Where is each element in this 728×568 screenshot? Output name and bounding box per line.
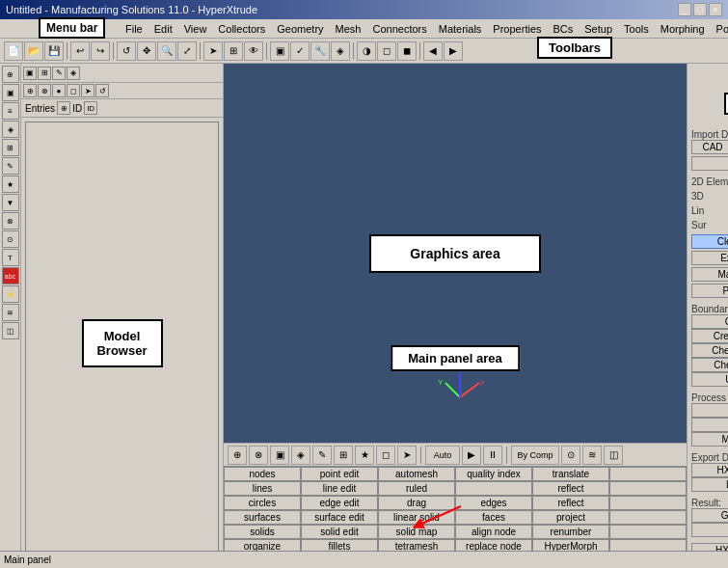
mini2-5[interactable]: ➤ — [81, 84, 94, 97]
menu-view[interactable]: View — [178, 21, 213, 37]
material-database-button[interactable]: Material Database — [691, 267, 728, 282]
menu-tools[interactable]: Tools — [618, 21, 655, 37]
bt-12[interactable]: ◫ — [604, 446, 623, 465]
menu-materials[interactable]: Materials — [433, 21, 488, 37]
cell-solid-edit[interactable]: solid edit — [301, 525, 378, 539]
cell-project[interactable]: project — [532, 510, 609, 525]
open-button[interactable]: 📂 — [24, 41, 43, 61]
mesh-button[interactable]: ⊞ — [224, 41, 243, 61]
cell-surface-edit[interactable]: surface edit — [301, 510, 378, 525]
strip-btn-13[interactable]: ⚡ — [2, 285, 19, 303]
view-button[interactable]: 👁 — [244, 41, 263, 61]
create-bearing-button[interactable]: Create Bearing lines — [691, 329, 728, 343]
model-summary-button[interactable]: Model Summary — [691, 432, 728, 446]
mini-icon-2[interactable]: ⊞ — [38, 67, 51, 80]
mini-icon-4[interactable]: ◈ — [67, 67, 80, 80]
mini2-6[interactable]: ↺ — [95, 84, 109, 97]
bt-10[interactable]: ⊙ — [561, 446, 580, 465]
update-7-bc-button[interactable]: Update 7.0 BC — [691, 372, 728, 387]
bt-6[interactable]: ⊞ — [334, 446, 353, 465]
cell-edges[interactable]: edges — [455, 496, 532, 510]
strip-btn-10[interactable]: ⊙ — [2, 230, 19, 248]
forward-button[interactable]: ▶ — [444, 41, 463, 61]
render-button[interactable]: ◈ — [331, 41, 350, 61]
fit-button[interactable]: ⤢ — [177, 41, 197, 61]
launch-hv-button[interactable]: Launch HV — [691, 523, 728, 537]
cell-nodes[interactable]: nodes — [224, 467, 301, 481]
bt-stop[interactable]: ⏸ — [483, 446, 502, 465]
bt-11[interactable]: ≋ — [582, 446, 602, 465]
cell-point-edit[interactable]: point edit — [301, 467, 378, 481]
bt-7[interactable]: ★ — [355, 446, 374, 465]
check-button[interactable]: ✓ — [290, 41, 310, 61]
entries-id-icon[interactable]: ID — [84, 101, 97, 115]
cell-surfaces[interactable]: surfaces — [224, 510, 301, 525]
cell-solids[interactable]: solids — [224, 525, 301, 539]
bt-2[interactable]: ⊗ — [249, 446, 268, 465]
cell-automesh[interactable]: automesh — [378, 467, 455, 481]
select-units-button[interactable]: Select Units — [691, 156, 728, 171]
cell-align-node[interactable]: align node — [455, 525, 532, 539]
strip-btn-5[interactable]: ⊞ — [2, 139, 19, 156]
wireframe-button[interactable]: ◻ — [377, 41, 396, 61]
save-button[interactable]: 💾 — [44, 41, 64, 61]
back-button[interactable]: ◀ — [423, 41, 443, 61]
cell-lines[interactable]: lines — [224, 481, 301, 496]
cell-line-edit[interactable]: line edit — [301, 481, 378, 496]
generate-report-button[interactable]: Generate Report — [691, 508, 728, 523]
launch-solver-button[interactable]: Launch Solver — [691, 477, 728, 492]
clear-temp-nodes-button[interactable]: Clear Temp Nodes — [691, 234, 728, 249]
strip-btn-3[interactable]: ≡ — [2, 102, 19, 120]
press-database-button[interactable]: Press Database — [691, 284, 728, 298]
strip-btn-2[interactable]: ▣ — [2, 84, 19, 101]
check-duplicate-bc-button[interactable]: Check Duplicate BC — [691, 358, 728, 372]
extract-points-button[interactable]: Extract Points — [691, 418, 728, 432]
strip-btn-8[interactable]: ▼ — [2, 194, 19, 211]
mini-icon-1[interactable]: ▣ — [23, 67, 37, 80]
bt-play[interactable]: ▶ — [462, 446, 481, 465]
cell-translate[interactable]: translate — [532, 467, 609, 481]
strip-btn-14[interactable]: ≋ — [2, 304, 19, 321]
parameters-button[interactable]: Parameters — [691, 403, 728, 418]
mini2-1[interactable]: ⊕ — [23, 84, 37, 97]
menu-file[interactable]: File — [120, 21, 148, 37]
menu-mesh[interactable]: Mesh — [330, 21, 367, 37]
mini2-2[interactable]: ⊗ — [38, 84, 51, 97]
menu-properties[interactable]: Properties — [487, 21, 547, 37]
rotate-button[interactable]: ↺ — [117, 41, 136, 61]
menu-bcs[interactable]: BCs — [548, 21, 580, 37]
bt-1[interactable]: ⊕ — [228, 446, 247, 465]
bt-9[interactable]: ➤ — [397, 446, 417, 465]
cell-ruled[interactable]: ruled — [378, 481, 455, 496]
mini-icon-3[interactable]: ✎ — [52, 67, 66, 80]
strip-btn-15[interactable]: ◫ — [2, 322, 19, 339]
bt-8[interactable]: ◻ — [376, 446, 395, 465]
create-edit-bc-button[interactable]: Create/Edit BC — [691, 314, 728, 329]
strip-btn-1[interactable]: ⊕ — [2, 66, 19, 83]
menu-morphing[interactable]: Morphing — [655, 21, 711, 37]
redo-button[interactable]: ↪ — [91, 41, 110, 61]
cell-linear-solid[interactable]: linear solid — [378, 510, 455, 525]
bt-3[interactable]: ▣ — [270, 446, 289, 465]
hidden-button[interactable]: ◼ — [397, 41, 417, 61]
shading-button[interactable]: ◑ — [357, 41, 376, 61]
menu-connectors[interactable]: Connectors — [366, 21, 432, 37]
cell-reflect2[interactable]: reflect — [532, 496, 609, 510]
display-button[interactable]: ▣ — [270, 41, 289, 61]
bt-5[interactable]: ✎ — [312, 446, 332, 465]
menu-setup[interactable]: Setup — [579, 21, 618, 37]
strip-btn-7[interactable]: ★ — [2, 176, 19, 193]
mini2-4[interactable]: ◻ — [67, 84, 80, 97]
menu-geometry[interactable]: Geometry — [271, 21, 329, 37]
menu-edit[interactable]: Edit — [148, 21, 178, 37]
select-button[interactable]: ➤ — [203, 41, 223, 61]
strip-btn-4[interactable]: ◈ — [2, 121, 19, 138]
strip-btn-6[interactable]: ✎ — [2, 157, 19, 175]
extrusion-wizard-button[interactable]: Extrusion Wizard — [691, 251, 728, 265]
cell-renumber[interactable]: renumber — [532, 525, 609, 539]
cad-button[interactable]: CAD — [691, 140, 728, 154]
maximize-button[interactable]: □ — [693, 3, 707, 16]
undo-button[interactable]: ↩ — [70, 41, 90, 61]
strip-btn-12[interactable]: abc — [2, 267, 19, 284]
tools-button[interactable]: 🔧 — [310, 41, 330, 61]
